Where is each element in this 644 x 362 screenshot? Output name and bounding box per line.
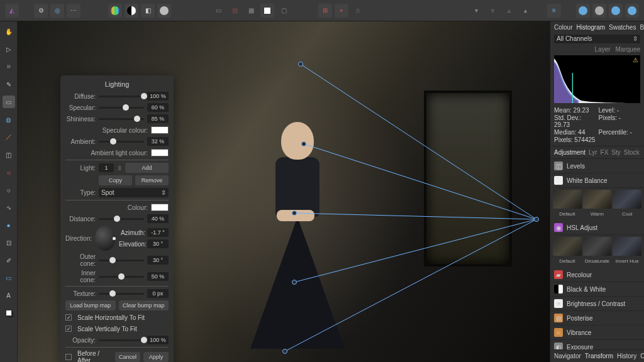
specular-colour-swatch[interactable]	[151, 126, 169, 134]
persona-photo-icon[interactable]	[576, 4, 590, 18]
arrange-back-icon[interactable]: ▾	[469, 4, 483, 18]
tab-stock[interactable]: Stock	[624, 149, 640, 156]
type-select[interactable]: Spot⇳	[99, 188, 169, 197]
tab-navigator[interactable]: Navigator	[554, 353, 581, 359]
quickmask-icon[interactable]	[260, 4, 274, 18]
copy-light-button[interactable]: Copy	[99, 175, 132, 185]
outer-cone-value[interactable]: 30 °	[147, 256, 169, 265]
contrast-icon[interactable]	[125, 4, 138, 18]
histogram[interactable]: ⚠	[554, 55, 640, 103]
adjustment-hsl[interactable]: ◉HSL Adjust	[550, 221, 644, 235]
pen-tool-icon[interactable]: ✐	[3, 254, 15, 266]
specular-value[interactable]: 60 %	[147, 103, 169, 112]
preset-hsl-default[interactable]: Default	[553, 237, 582, 264]
adjustment-levels[interactable]: ◫Levels	[550, 159, 644, 173]
dodge-tool-icon[interactable]: ☼	[3, 184, 15, 196]
selection-clear-icon[interactable]: ▢	[277, 4, 291, 18]
mesh-tool-icon[interactable]: ⊡	[3, 236, 15, 249]
apply-button[interactable]: Apply	[143, 352, 169, 362]
erase-tool-icon[interactable]: ◫	[3, 148, 15, 161]
light-cone-node[interactable]	[298, 62, 303, 67]
macros-icon[interactable]: ◎	[50, 4, 64, 18]
adjustment-brightness-contrast[interactable]: ☀Brightness / Contrast	[550, 297, 644, 311]
batch-icon[interactable]: ⋯	[67, 4, 80, 18]
hand-tool-icon[interactable]: ✋	[3, 25, 15, 38]
persona-export-icon[interactable]	[625, 4, 639, 18]
persona-develop-icon[interactable]	[609, 4, 623, 18]
swatch-tool-icon[interactable]	[3, 307, 15, 319]
texture-slider[interactable]	[99, 293, 144, 295]
soft-proof-icon[interactable]	[157, 4, 171, 18]
preset-invert-hue[interactable]: Invert Hue	[613, 237, 641, 264]
light-cone-node[interactable]	[292, 280, 297, 285]
scale-h-checkbox[interactable]	[65, 314, 72, 321]
tab-lyr[interactable]: Lyr	[589, 149, 597, 156]
tab-swatches[interactable]: Swatches	[609, 24, 636, 31]
persona-liquify-icon[interactable]	[592, 4, 606, 18]
cancel-button[interactable]: Cancel	[115, 352, 140, 362]
text-tool-icon[interactable]: A	[3, 289, 15, 302]
adjustment-exposure[interactable]: ◐Exposure	[550, 340, 644, 349]
distance-value[interactable]: 40 %	[147, 214, 169, 223]
tab-history[interactable]: History	[617, 353, 636, 359]
tab-channels[interactable]: Channels	[640, 353, 644, 359]
channels-select[interactable]: All Channels⇳	[554, 35, 640, 43]
grid-icon[interactable]: ⊞	[318, 4, 332, 18]
app-logo-icon[interactable]: ◭	[5, 4, 19, 18]
specular-slider[interactable]	[99, 107, 144, 109]
marquee-tool-icon[interactable]: ▭	[3, 96, 15, 108]
adjustment-white-balance[interactable]: White Balance	[550, 173, 644, 188]
stepper-icon[interactable]: ⇳	[117, 165, 122, 172]
move-tool-icon[interactable]: ▷	[3, 43, 15, 55]
tab-fx[interactable]: FX	[601, 149, 609, 156]
texture-value[interactable]: 0 px	[147, 289, 169, 298]
selection-rect-icon[interactable]: ▭	[211, 4, 225, 18]
ambient-value[interactable]: 32 %	[147, 137, 169, 146]
selection-invert-icon[interactable]: ▨	[228, 4, 242, 18]
light-number[interactable]: 1	[99, 163, 114, 172]
shininess-value[interactable]: 85 %	[147, 114, 169, 123]
light-cone-node[interactable]	[301, 141, 306, 146]
prefs-icon[interactable]: ⚙	[34, 4, 48, 18]
tab-sty[interactable]: Sty	[611, 149, 620, 156]
azimuth-value[interactable]: -1.7 °	[147, 228, 169, 237]
shininess-slider[interactable]	[99, 118, 144, 120]
blur-tool-icon[interactable]: ●	[3, 219, 15, 231]
distance-slider[interactable]	[99, 218, 144, 220]
light-center-node[interactable]	[292, 211, 297, 216]
clear-bump-button[interactable]: Clear bump map	[119, 300, 169, 310]
preset-desaturate[interactable]: Desaturate	[583, 237, 612, 264]
tab-transform[interactable]: Transform	[585, 353, 613, 359]
opacity-slider[interactable]	[99, 339, 144, 341]
ambient-colour-swatch[interactable]	[151, 149, 169, 156]
shape-tool-icon[interactable]: ▭	[3, 272, 15, 284]
outer-cone-slider[interactable]	[99, 260, 144, 261]
scale-v-checkbox[interactable]	[65, 326, 72, 332]
snapping-icon[interactable]: ⌖	[335, 4, 348, 18]
canvas-area[interactable]: Lighting Diffuse: 100 % Specular: 60 % S…	[18, 21, 550, 362]
adjustment-posterise[interactable]: ▤Posterise	[550, 311, 644, 326]
selection-refine-icon[interactable]: ▦	[244, 4, 258, 18]
light-source-node[interactable]	[534, 217, 539, 222]
adjustments-list[interactable]: ◫Levels White Balance Default Warm Cool …	[550, 159, 644, 349]
arrange-forward-icon[interactable]: ▵	[502, 4, 516, 18]
assistant-icon[interactable]: ⎍	[351, 4, 365, 18]
mode-layer[interactable]: Layer	[595, 46, 611, 53]
align-icon[interactable]: ≡	[547, 4, 561, 18]
diffuse-slider[interactable]	[99, 96, 144, 97]
smudge-tool-icon[interactable]: ∿	[3, 201, 15, 214]
tab-colour[interactable]: Colour	[554, 24, 572, 31]
tab-adjustment[interactable]: Adjustment	[554, 149, 586, 156]
inner-cone-value[interactable]: 50 %	[147, 272, 169, 281]
inner-cone-slider[interactable]	[99, 276, 144, 278]
levels-icon[interactable]: ◧	[141, 4, 155, 18]
light-cone-node[interactable]	[282, 349, 287, 354]
clone-tool-icon[interactable]: ⌾	[3, 166, 15, 178]
gradient-map-icon[interactable]	[108, 4, 122, 18]
fill-tool-icon[interactable]: ◍	[3, 113, 15, 126]
adjustment-vibrance[interactable]: ≈Vibrance	[550, 326, 644, 340]
ambient-slider[interactable]	[99, 141, 144, 143]
arrange-front-icon[interactable]: ▴	[518, 4, 532, 18]
colour-picker-icon[interactable]: ✎	[3, 78, 15, 90]
tab-histogram[interactable]: Histogram	[576, 24, 605, 31]
